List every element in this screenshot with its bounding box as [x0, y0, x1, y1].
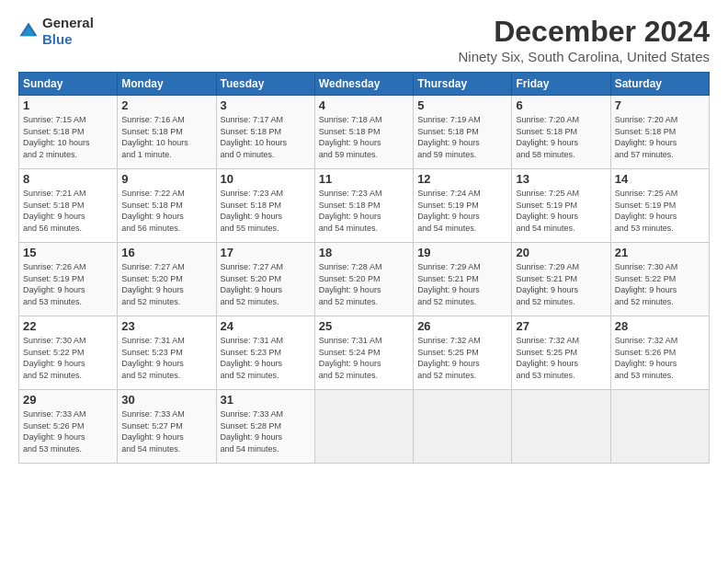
- day-info: Sunrise: 7:24 AM Sunset: 5:19 PM Dayligh…: [417, 188, 507, 234]
- calendar-body: 1Sunrise: 7:15 AM Sunset: 5:18 PM Daylig…: [19, 96, 710, 464]
- col-tuesday: Tuesday: [216, 73, 314, 96]
- calendar-cell: 23Sunrise: 7:31 AM Sunset: 5:23 PM Dayli…: [118, 316, 216, 390]
- day-info: Sunrise: 7:20 AM Sunset: 5:18 PM Dayligh…: [516, 114, 606, 160]
- day-info: Sunrise: 7:25 AM Sunset: 5:19 PM Dayligh…: [516, 188, 606, 234]
- day-info: Sunrise: 7:19 AM Sunset: 5:18 PM Dayligh…: [417, 114, 507, 160]
- day-info: Sunrise: 7:33 AM Sunset: 5:27 PM Dayligh…: [121, 408, 211, 454]
- day-number: 30: [121, 393, 211, 407]
- calendar-cell: 20Sunrise: 7:29 AM Sunset: 5:21 PM Dayli…: [512, 243, 610, 316]
- calendar-cell: 29Sunrise: 7:33 AM Sunset: 5:26 PM Dayli…: [19, 390, 118, 464]
- calendar-cell: 8Sunrise: 7:21 AM Sunset: 5:18 PM Daylig…: [19, 169, 118, 243]
- day-number: 24: [221, 319, 311, 333]
- day-info: Sunrise: 7:26 AM Sunset: 5:19 PM Dayligh…: [23, 261, 113, 307]
- day-info: Sunrise: 7:32 AM Sunset: 5:26 PM Dayligh…: [615, 335, 705, 381]
- day-number: 17: [221, 246, 311, 259]
- logo: General Blue: [18, 15, 94, 48]
- day-number: 5: [417, 98, 507, 112]
- day-number: 16: [121, 246, 211, 259]
- calendar-cell: 4Sunrise: 7:18 AM Sunset: 5:18 PM Daylig…: [314, 96, 413, 169]
- day-info: Sunrise: 7:21 AM Sunset: 5:18 PM Dayligh…: [23, 188, 113, 234]
- title-block: December 2024 Ninety Six, South Carolina…: [459, 15, 710, 64]
- day-info: Sunrise: 7:33 AM Sunset: 5:28 PM Dayligh…: [221, 408, 311, 454]
- day-info: Sunrise: 7:16 AM Sunset: 5:18 PM Dayligh…: [121, 114, 211, 160]
- day-info: Sunrise: 7:17 AM Sunset: 5:18 PM Dayligh…: [221, 114, 311, 160]
- calendar-cell: 15Sunrise: 7:26 AM Sunset: 5:19 PM Dayli…: [19, 243, 118, 316]
- day-number: 22: [23, 319, 113, 333]
- day-info: Sunrise: 7:15 AM Sunset: 5:18 PM Dayligh…: [23, 114, 113, 160]
- day-info: Sunrise: 7:31 AM Sunset: 5:23 PM Dayligh…: [121, 335, 211, 381]
- day-number: 31: [221, 393, 311, 407]
- calendar-week-4: 22Sunrise: 7:30 AM Sunset: 5:22 PM Dayli…: [19, 316, 710, 390]
- day-info: Sunrise: 7:30 AM Sunset: 5:22 PM Dayligh…: [23, 335, 113, 381]
- calendar-header-row: Sunday Monday Tuesday Wednesday Thursday…: [19, 73, 710, 96]
- calendar-cell: 31Sunrise: 7:33 AM Sunset: 5:28 PM Dayli…: [216, 390, 314, 464]
- day-number: 26: [417, 319, 507, 333]
- day-number: 11: [319, 172, 409, 186]
- calendar-cell: 11Sunrise: 7:23 AM Sunset: 5:18 PM Dayli…: [314, 169, 413, 243]
- day-number: 23: [121, 319, 211, 333]
- calendar-week-5: 29Sunrise: 7:33 AM Sunset: 5:26 PM Dayli…: [19, 390, 710, 464]
- calendar-cell: [414, 390, 512, 464]
- day-number: 21: [615, 246, 705, 259]
- day-info: Sunrise: 7:32 AM Sunset: 5:25 PM Dayligh…: [516, 335, 606, 381]
- col-monday: Monday: [118, 73, 216, 96]
- main-container: General Blue December 2024 Ninety Six, S…: [0, 0, 728, 473]
- calendar-cell: [512, 390, 610, 464]
- day-info: Sunrise: 7:29 AM Sunset: 5:21 PM Dayligh…: [516, 261, 606, 307]
- day-info: Sunrise: 7:20 AM Sunset: 5:18 PM Dayligh…: [615, 114, 705, 160]
- day-number: 7: [615, 98, 705, 112]
- calendar-cell: 28Sunrise: 7:32 AM Sunset: 5:26 PM Dayli…: [610, 316, 709, 390]
- day-info: Sunrise: 7:27 AM Sunset: 5:20 PM Dayligh…: [121, 261, 211, 307]
- logo-icon: [18, 21, 39, 41]
- day-number: 13: [516, 172, 606, 186]
- day-info: Sunrise: 7:27 AM Sunset: 5:20 PM Dayligh…: [221, 261, 311, 307]
- day-info: Sunrise: 7:32 AM Sunset: 5:25 PM Dayligh…: [417, 335, 507, 381]
- calendar-week-1: 1Sunrise: 7:15 AM Sunset: 5:18 PM Daylig…: [19, 96, 710, 169]
- col-wednesday: Wednesday: [314, 73, 413, 96]
- calendar-cell: [314, 390, 413, 464]
- day-number: 10: [221, 172, 311, 186]
- calendar-cell: 21Sunrise: 7:30 AM Sunset: 5:22 PM Dayli…: [610, 243, 709, 316]
- calendar-cell: 26Sunrise: 7:32 AM Sunset: 5:25 PM Dayli…: [414, 316, 512, 390]
- day-number: 2: [121, 98, 211, 112]
- day-number: 29: [23, 393, 113, 407]
- logo-text: General Blue: [42, 15, 94, 48]
- calendar-cell: 6Sunrise: 7:20 AM Sunset: 5:18 PM Daylig…: [512, 96, 610, 169]
- day-info: Sunrise: 7:31 AM Sunset: 5:23 PM Dayligh…: [221, 335, 311, 381]
- calendar-cell: 5Sunrise: 7:19 AM Sunset: 5:18 PM Daylig…: [414, 96, 512, 169]
- day-number: 18: [319, 246, 409, 259]
- calendar-cell: 22Sunrise: 7:30 AM Sunset: 5:22 PM Dayli…: [19, 316, 118, 390]
- day-info: Sunrise: 7:18 AM Sunset: 5:18 PM Dayligh…: [319, 114, 409, 160]
- col-sunday: Sunday: [19, 73, 118, 96]
- calendar-cell: 3Sunrise: 7:17 AM Sunset: 5:18 PM Daylig…: [216, 96, 314, 169]
- day-number: 28: [615, 319, 705, 333]
- calendar-cell: 19Sunrise: 7:29 AM Sunset: 5:21 PM Dayli…: [414, 243, 512, 316]
- calendar-cell: 2Sunrise: 7:16 AM Sunset: 5:18 PM Daylig…: [118, 96, 216, 169]
- day-info: Sunrise: 7:33 AM Sunset: 5:26 PM Dayligh…: [23, 408, 113, 454]
- location-title: Ninety Six, South Carolina, United State…: [459, 49, 710, 64]
- day-number: 19: [417, 246, 507, 259]
- day-number: 15: [23, 246, 113, 259]
- month-title: December 2024: [459, 15, 710, 49]
- day-info: Sunrise: 7:28 AM Sunset: 5:20 PM Dayligh…: [319, 261, 409, 307]
- day-number: 6: [516, 98, 606, 112]
- calendar-cell: 18Sunrise: 7:28 AM Sunset: 5:20 PM Dayli…: [314, 243, 413, 316]
- calendar-cell: 14Sunrise: 7:25 AM Sunset: 5:19 PM Dayli…: [610, 169, 709, 243]
- day-number: 9: [121, 172, 211, 186]
- calendar-cell: 30Sunrise: 7:33 AM Sunset: 5:27 PM Dayli…: [118, 390, 216, 464]
- day-info: Sunrise: 7:25 AM Sunset: 5:19 PM Dayligh…: [615, 188, 705, 234]
- logo-blue: Blue: [42, 31, 73, 47]
- calendar-cell: 7Sunrise: 7:20 AM Sunset: 5:18 PM Daylig…: [610, 96, 709, 169]
- day-number: 27: [516, 319, 606, 333]
- header: General Blue December 2024 Ninety Six, S…: [18, 15, 710, 64]
- day-info: Sunrise: 7:31 AM Sunset: 5:24 PM Dayligh…: [319, 335, 409, 381]
- day-number: 25: [319, 319, 409, 333]
- calendar-week-3: 15Sunrise: 7:26 AM Sunset: 5:19 PM Dayli…: [19, 243, 710, 316]
- calendar-cell: [610, 390, 709, 464]
- calendar-cell: 24Sunrise: 7:31 AM Sunset: 5:23 PM Dayli…: [216, 316, 314, 390]
- calendar-cell: 9Sunrise: 7:22 AM Sunset: 5:18 PM Daylig…: [118, 169, 216, 243]
- logo-general: General: [42, 15, 94, 30]
- calendar-cell: 10Sunrise: 7:23 AM Sunset: 5:18 PM Dayli…: [216, 169, 314, 243]
- day-number: 14: [615, 172, 705, 186]
- day-number: 4: [319, 98, 409, 112]
